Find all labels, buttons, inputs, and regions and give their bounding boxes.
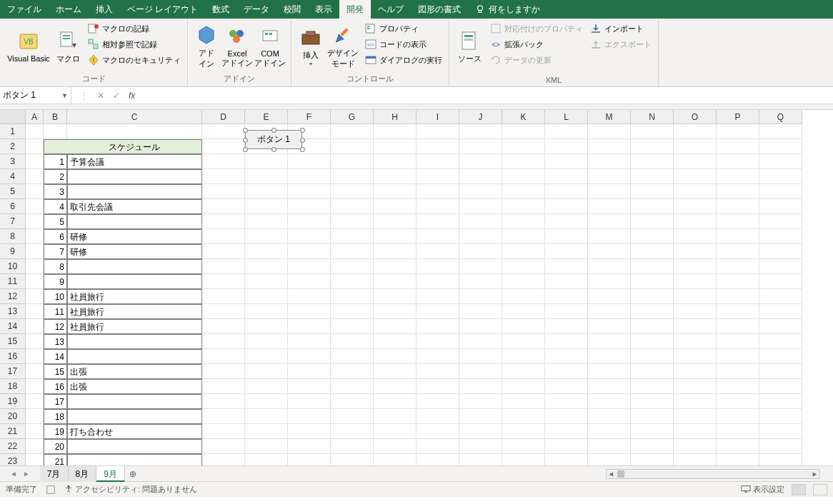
cell-B12[interactable]: 10 [44, 289, 67, 304]
cell-G21[interactable] [331, 424, 374, 439]
cell-K14[interactable] [502, 319, 545, 334]
cell-Q5[interactable] [759, 184, 802, 199]
row-header-16[interactable]: 16 [0, 349, 26, 364]
cell-G12[interactable] [331, 289, 374, 304]
cell-E12[interactable] [245, 289, 288, 304]
cell-F7[interactable] [288, 214, 331, 229]
cell-N17[interactable] [631, 364, 674, 379]
cell-I14[interactable] [416, 319, 459, 334]
cell-F15[interactable] [288, 334, 331, 349]
cell-J2[interactable] [459, 139, 502, 154]
cell-E18[interactable] [245, 379, 288, 394]
cell-E7[interactable] [245, 214, 288, 229]
cell-F14[interactable] [288, 319, 331, 334]
cell-G3[interactable] [331, 154, 374, 169]
fx-button[interactable]: fx [129, 91, 135, 101]
cell-L21[interactable] [545, 424, 588, 439]
cell-I23[interactable] [416, 454, 459, 465]
cell-F5[interactable] [288, 184, 331, 199]
cell-L2[interactable] [545, 139, 588, 154]
cell-P18[interactable] [717, 379, 759, 394]
cell-D5[interactable] [202, 184, 245, 199]
cell-J5[interactable] [459, 184, 502, 199]
sheet-nav-next[interactable]: ► [23, 470, 30, 478]
cell-P14[interactable] [717, 319, 759, 334]
cell-N9[interactable] [631, 244, 674, 259]
cell-G8[interactable] [331, 229, 374, 244]
cell-I8[interactable] [416, 229, 459, 244]
menu-tab-3[interactable]: ページ レイアウト [120, 0, 205, 19]
scroll-right-icon[interactable]: ► [810, 470, 819, 478]
cell-O4[interactable] [674, 169, 717, 184]
cell-I11[interactable] [416, 274, 459, 289]
menu-tab-4[interactable]: 数式 [205, 0, 236, 19]
cell-L16[interactable] [545, 349, 588, 364]
cell-M21[interactable] [588, 424, 631, 439]
cell-A15[interactable] [26, 334, 44, 349]
menu-tab-1[interactable]: ホーム [49, 0, 89, 19]
cell-D9[interactable] [202, 244, 245, 259]
cell-G23[interactable] [331, 454, 374, 465]
selection-handle[interactable] [271, 128, 276, 133]
cell-K17[interactable] [502, 364, 545, 379]
menu-tab-7[interactable]: 表示 [308, 0, 339, 19]
cell-D2[interactable] [202, 139, 245, 154]
selection-handle[interactable] [271, 147, 276, 152]
row-header-17[interactable]: 17 [0, 364, 26, 379]
cell-H23[interactable] [374, 454, 416, 465]
cell-C4[interactable] [67, 169, 202, 184]
cell-J3[interactable] [459, 154, 502, 169]
row-header-14[interactable]: 14 [0, 319, 26, 334]
cell-B6[interactable]: 4 [44, 199, 67, 214]
cell-H5[interactable] [374, 184, 416, 199]
cell-I19[interactable] [416, 394, 459, 409]
cell-K21[interactable] [502, 424, 545, 439]
selection-handle[interactable] [300, 138, 305, 143]
cell-C9[interactable]: 研修 [67, 244, 202, 259]
select-all-corner[interactable] [0, 110, 26, 124]
cell-Q20[interactable] [759, 409, 802, 424]
cell-M15[interactable] [588, 334, 631, 349]
cell-G9[interactable] [331, 244, 374, 259]
cell-M1[interactable] [588, 124, 631, 139]
com-addins-button[interactable]: COM アドイン [254, 21, 286, 72]
selection-handle[interactable] [300, 128, 305, 133]
cell-P9[interactable] [717, 244, 759, 259]
cell-N14[interactable] [631, 319, 674, 334]
row-header-1[interactable]: 1 [0, 124, 26, 139]
cell-P22[interactable] [717, 439, 759, 454]
cell-G7[interactable] [331, 214, 374, 229]
cell-E20[interactable] [245, 409, 288, 424]
cell-E21[interactable] [245, 424, 288, 439]
cell-B3[interactable]: 1 [44, 154, 67, 169]
cell-C7[interactable] [67, 214, 202, 229]
normal-view-button[interactable] [792, 484, 806, 495]
cell-C13[interactable]: 社員旅行 [67, 304, 202, 319]
cell-A20[interactable] [26, 409, 44, 424]
col-header-O[interactable]: O [674, 110, 717, 124]
cell-I13[interactable] [416, 304, 459, 319]
cell-B4[interactable]: 2 [44, 169, 67, 184]
row-header-22[interactable]: 22 [0, 439, 26, 454]
worksheet-grid[interactable]: ABCDEFGHIJKLMNOPQ 12スケジュール31予算会議425364取引… [0, 110, 833, 465]
cell-H9[interactable] [374, 244, 416, 259]
cell-C15[interactable] [67, 334, 202, 349]
cell-D7[interactable] [202, 214, 245, 229]
cell-G20[interactable] [331, 409, 374, 424]
record-macro-button[interactable]: マクロの記録 [86, 21, 183, 36]
cell-E23[interactable] [245, 454, 288, 465]
cell-Q7[interactable] [759, 214, 802, 229]
cell-O22[interactable] [674, 439, 717, 454]
cell-N3[interactable] [631, 154, 674, 169]
cell-D10[interactable] [202, 259, 245, 274]
cell-Q10[interactable] [759, 259, 802, 274]
cell-O8[interactable] [674, 229, 717, 244]
cell-P8[interactable] [717, 229, 759, 244]
cell-G18[interactable] [331, 379, 374, 394]
cell-Q2[interactable] [759, 139, 802, 154]
cell-M11[interactable] [588, 274, 631, 289]
sheet-tab-9月[interactable]: 9月 [96, 466, 125, 482]
cell-J23[interactable] [459, 454, 502, 465]
cell-K5[interactable] [502, 184, 545, 199]
cell-G10[interactable] [331, 259, 374, 274]
